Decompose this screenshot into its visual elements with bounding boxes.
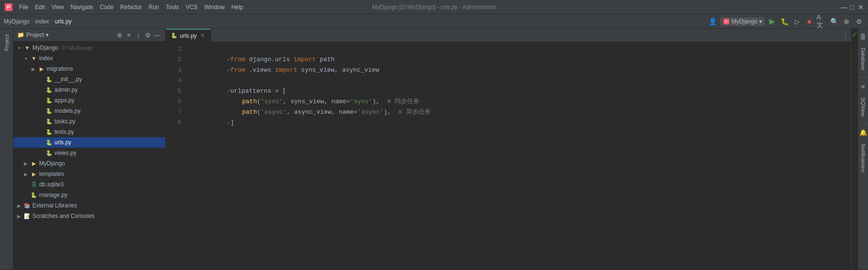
py-icon-urls: 🐍 — [45, 139, 53, 146]
settings-button[interactable]: ⚙ — [854, 16, 864, 27]
sqview-tab[interactable]: SQView — [859, 94, 868, 120]
project-tab-label[interactable]: Project — [2, 31, 11, 54]
coverage-button[interactable]: ▷ — [792, 16, 802, 27]
tree-label-migrations: migrations — [47, 65, 73, 72]
sort-button[interactable]: ↕ — [134, 31, 143, 39]
tree-label-admin: admin.py — [54, 86, 78, 93]
debug-button[interactable]: 🐛 — [779, 16, 790, 27]
nav-bar: MyDjango › index › urls.py 👤 P MyDjango … — [0, 14, 868, 29]
tree-item-apps[interactable]: 🐍 apps.py — [13, 95, 166, 106]
settings-tree-button[interactable]: ⚙ — [144, 31, 152, 39]
menu-run[interactable]: Run — [146, 3, 162, 11]
database-tab[interactable]: Database — [859, 44, 868, 74]
menu-file[interactable]: File — [16, 3, 31, 11]
tree-item-tests[interactable]: 🐍 tests.py — [13, 127, 166, 137]
db-icon: 🗄 — [30, 181, 38, 188]
app-logo: P — [4, 2, 13, 12]
notifications-icon[interactable]: 🔔 — [859, 129, 868, 137]
line-num-3: 3 — [166, 65, 181, 76]
folder-icon-mydjango2: ▶ — [30, 160, 38, 167]
menu-help[interactable]: Help — [229, 3, 246, 11]
tree-item-db[interactable]: 🗄 db.sqlite3 — [13, 179, 166, 190]
code-line-1: ⌐from django.urls import path — [190, 44, 851, 54]
breadcrumb-index[interactable]: index — [35, 18, 49, 25]
py-icon-init: 🐍 — [45, 76, 53, 83]
arrow-scratches: ▶ — [16, 213, 22, 219]
menu-tools[interactable]: Tools — [163, 3, 182, 11]
run-config-arrow: ▾ — [759, 18, 762, 25]
notifications-tab[interactable]: Notifications — [859, 140, 868, 176]
tree-item-tasks[interactable]: 🐍 tasks.py — [13, 116, 166, 127]
divider-1 — [858, 77, 868, 77]
translate-button[interactable]: A文 — [816, 16, 827, 27]
line-num-7: 7 — [166, 107, 181, 118]
maximize-button[interactable]: □ — [849, 4, 856, 11]
tree-item-mydjango-root[interactable]: ▾ ▼ MyDjango D:\MyDjango — [13, 43, 166, 53]
tree-item-mydjango-folder[interactable]: ▶ ▶ MyDjango — [13, 158, 166, 169]
tree-item-models[interactable]: 🐍 models.py — [13, 106, 166, 116]
code-editor[interactable]: 1 2 3 4 5 6 7 8 ⌐from django.urls import… — [166, 42, 851, 270]
menu-code[interactable]: Code — [97, 3, 116, 11]
folder-icon-mydjango: ▼ — [23, 44, 31, 52]
project-title[interactable]: 📁 Project ▾ — [17, 32, 49, 38]
tree-item-init[interactable]: 🐍 __init__.py — [13, 74, 166, 85]
collapse-all-button[interactable]: ≡ — [125, 31, 133, 39]
add-bookmark-button[interactable]: ⊕ — [841, 16, 852, 27]
code-line-8 — [190, 118, 851, 128]
code-content[interactable]: ⌐from django.urls import path ⌐from .vie… — [185, 44, 851, 268]
minimize-button[interactable]: — — [840, 4, 847, 11]
menu-refactor[interactable]: Refactor — [117, 3, 145, 11]
tree-item-templates[interactable]: ▶ ▶ templates — [13, 169, 166, 179]
tree-item-scratches[interactable]: ▶ 📝 Scratches and Consoles — [13, 211, 166, 221]
tab-py-icon: 🐍 — [171, 32, 178, 39]
breadcrumb-urls[interactable]: urls.py — [55, 18, 72, 25]
stop-button[interactable]: ■ — [804, 16, 815, 27]
tree-label-init: __init__.py — [54, 76, 82, 83]
tree-label-templates: templates — [39, 171, 64, 177]
menu-window[interactable]: Window — [201, 3, 228, 11]
title-bar: P File Edit View Navigate Code Refactor … — [0, 0, 868, 14]
tab-urls-py[interactable]: 🐍 urls.py ✕ — [166, 29, 211, 42]
project-sidebar-tab[interactable]: Project — [0, 29, 13, 270]
arrow-index: ▾ — [23, 55, 29, 61]
menu-navigate[interactable]: Navigate — [68, 3, 96, 11]
tree-item-index[interactable]: ▾ ▼ index — [13, 53, 166, 64]
tree-label-index: index — [39, 55, 53, 62]
nav-bar-right: 👤 P MyDjango ▾ ▶ 🐛 ▷ ■ A文 🔍 ⊕ ⚙ — [708, 16, 864, 27]
user-icon[interactable]: 👤 — [708, 16, 718, 27]
run-config-label: MyDjango — [732, 18, 757, 25]
editor-area: 🐍 urls.py ✕ ⋮ 1 2 3 4 5 6 7 8 ⌐from djan… — [166, 29, 851, 270]
tab-label-urls: urls.py — [180, 32, 197, 39]
tree-label-mydjango-folder: MyDjango — [39, 160, 65, 167]
tree-item-views[interactable]: 🐍 views.py — [13, 148, 166, 158]
tree-item-manage[interactable]: 🐍 manage.py — [13, 190, 166, 200]
tree-item-migrations[interactable]: ▶ ▶ migrations — [13, 64, 166, 74]
tree-item-urls[interactable]: 🐍 urls.py — [13, 137, 166, 148]
project-toolbar: 📁 Project ▾ ⊕ ≡ ↕ ⚙ — — [13, 29, 166, 42]
tab-menu-button[interactable]: ⋮ — [840, 30, 851, 41]
window-title: MyDjango [D:\MyDjango] - urls.py - Admin… — [372, 4, 496, 11]
close-button[interactable]: ✕ — [858, 4, 864, 11]
run-config-selector[interactable]: P MyDjango ▾ — [720, 17, 765, 26]
search-button[interactable]: 🔍 — [829, 16, 839, 27]
menu-vcs[interactable]: VCS — [183, 3, 200, 11]
svg-text:P: P — [7, 4, 10, 10]
menu-edit[interactable]: Edit — [32, 3, 48, 11]
database-icon[interactable]: 🗄 — [859, 32, 868, 41]
tree-item-ext-libraries[interactable]: ▶ 📚 External Libraries — [13, 200, 166, 211]
locate-file-button[interactable]: ⊕ — [115, 31, 124, 39]
editor-tabs: 🐍 urls.py ✕ ⋮ — [166, 29, 851, 42]
tree-label-mydjango: MyDjango — [32, 44, 58, 51]
scratches-icon: 📝 — [23, 212, 31, 220]
breadcrumb-mydjango[interactable]: MyDjango — [4, 18, 30, 25]
tab-close-button[interactable]: ✕ — [199, 32, 206, 39]
tree-label-urls: urls.py — [54, 139, 71, 146]
run-button[interactable]: ▶ — [767, 16, 777, 27]
sqview-icon[interactable]: ≡ — [859, 82, 868, 91]
line-num-8: 8 — [166, 118, 181, 128]
close-panel-button[interactable]: — — [153, 31, 162, 39]
tree-item-admin[interactable]: 🐍 admin.py — [13, 85, 166, 95]
line-num-6: 6 — [166, 97, 181, 107]
ext-libraries-icon: 📚 — [23, 202, 31, 209]
menu-view[interactable]: View — [49, 3, 67, 11]
